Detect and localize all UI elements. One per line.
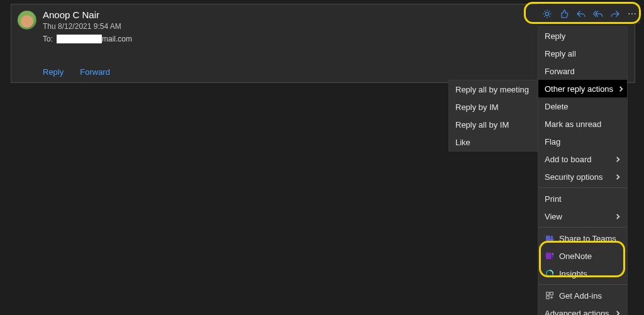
sent-date: Thu 8/12/2021 9:54 AM [43,22,121,31]
menu-delete[interactable]: Delete [538,97,627,115]
reply-all-icon[interactable] [589,5,606,23]
addins-icon [545,291,554,301]
menu-security-label: Security options [545,172,603,182]
insights-icon [545,269,554,279]
submenu-like-label: Like [455,138,470,147]
menu-delete-label: Delete [545,102,569,111]
menu-mark-unread-label: Mark as unread [545,119,601,129]
more-icon[interactable] [623,5,640,23]
menu-reply-label: Reply [545,31,565,41]
menu-advanced[interactable]: Advanced actions [538,304,627,315]
menu-separator [538,227,627,228]
menu-reply-all[interactable]: Reply all [538,45,627,62]
menu-get-addins-label: Get Add-ins [559,291,602,301]
chevron-right-icon [614,156,621,162]
menu-forward-label: Forward [545,67,575,76]
inline-actions: Reply Forward [43,67,110,77]
menu-mark-unread[interactable]: Mark as unread [538,115,627,133]
svg-rect-8 [552,253,553,255]
chevron-right-icon [614,310,621,315]
sun-icon[interactable] [538,5,555,23]
chevron-right-icon [614,174,621,180]
svg-rect-13 [550,292,552,295]
chevron-right-icon [618,86,624,92]
menu-flag-label: Flag [545,137,560,146]
redacted-recipient [57,35,102,43]
menu-add-board-label: Add to board [545,155,591,164]
menu-other-reply[interactable]: Other reply actions [538,80,627,97]
menu-reply-all-label: Reply all [545,49,576,58]
menu-insights-label: Insights [559,269,587,279]
menu-onenote[interactable]: OneNote [538,247,627,265]
reply-link[interactable]: Reply [43,67,64,77]
submenu-like[interactable]: Like [449,133,538,151]
teams-icon [545,234,554,243]
svg-point-2 [631,13,632,14]
menu-add-board[interactable]: Add to board [538,150,627,168]
menu-separator [538,187,627,188]
svg-rect-10 [552,258,553,259]
submenu-reply-im[interactable]: Reply by IM [449,98,538,116]
menu-get-addins[interactable]: Get Add-ins [538,287,627,304]
menu-view[interactable]: View [538,207,627,225]
to-line: To: mail.com [43,35,132,43]
menu-other-reply-label: Other reply actions [545,84,613,94]
svg-point-3 [634,13,635,14]
to-label: To: [43,35,53,43]
context-menu: Reply Reply all Forward Other reply acti… [538,26,628,315]
avatar [18,11,36,30]
menu-reply[interactable]: Reply [538,27,627,45]
menu-forward[interactable]: Forward [538,62,627,80]
svg-rect-9 [552,255,553,257]
submenu-reply-all-im[interactable]: Reply all by IM [449,116,538,133]
menu-share-teams-label: Share to Teams [559,234,616,243]
svg-rect-12 [546,292,548,295]
menu-share-teams[interactable]: Share to Teams [538,229,627,247]
menu-flag[interactable]: Flag [538,133,627,150]
menu-advanced-label: Advanced actions [545,309,609,316]
chevron-right-icon [614,213,621,219]
message-toolbar [538,4,640,24]
svg-rect-4 [545,236,550,241]
to-suffix: mail.com [102,35,132,43]
svg-point-0 [545,12,548,15]
menu-onenote-label: OneNote [559,251,592,261]
menu-security[interactable]: Security options [538,168,627,185]
menu-view-label: View [545,212,562,221]
reply-icon[interactable] [572,5,589,23]
submenu-reply-all-meeting[interactable]: Reply all by meeting [449,80,538,98]
like-icon[interactable] [555,5,572,23]
svg-point-1 [628,13,630,14]
svg-point-5 [550,236,553,238]
submenu-reply-all-im-label: Reply all by IM [455,120,509,130]
submenu-reply-all-meeting-label: Reply all by meeting [455,85,529,94]
sender-name: Anoop C Nair [43,9,99,20]
submenu-other-reply: Reply all by meeting Reply by IM Reply a… [448,80,538,152]
submenu-reply-im-label: Reply by IM [455,102,499,112]
forward-icon[interactable] [606,5,623,23]
menu-print[interactable]: Print [538,190,627,207]
svg-rect-6 [550,238,553,241]
menu-separator [538,284,627,285]
menu-print-label: Print [545,194,562,204]
svg-rect-7 [545,253,551,260]
svg-rect-14 [546,296,548,299]
menu-insights[interactable]: Insights [538,265,627,282]
onenote-icon [545,251,554,261]
forward-link[interactable]: Forward [80,67,110,77]
